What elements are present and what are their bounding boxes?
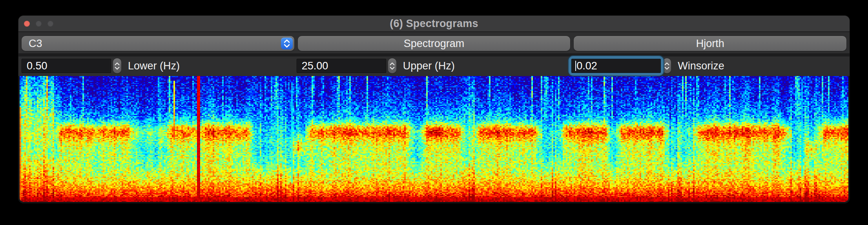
- window-titlebar[interactable]: (6) Spectrograms: [18, 16, 850, 32]
- text-caret: [575, 61, 576, 71]
- lower-hz-stepper[interactable]: [113, 58, 121, 73]
- lower-hz-input[interactable]: [22, 59, 111, 73]
- lower-hz-cell: Lower (Hz): [22, 58, 297, 73]
- parameter-row: Lower (Hz) Upper (Hz): [18, 56, 850, 76]
- spectrograms-window: (6) Spectrograms C3 Spectrogram Hjorth: [18, 16, 850, 203]
- winsorize-label: Winsorize: [678, 60, 724, 72]
- controls-panel: C3 Spectrogram Hjorth Lower (: [18, 32, 850, 76]
- spectrogram-canvas[interactable]: [20, 76, 848, 202]
- winsorize-cell: Winsorize: [571, 58, 846, 73]
- popup-chevrons-icon: [281, 38, 293, 49]
- winsorize-input[interactable]: [571, 59, 661, 73]
- maximize-button[interactable]: [47, 21, 53, 27]
- lower-hz-fieldwrap: [22, 59, 111, 73]
- traffic-lights: [24, 16, 53, 31]
- upper-hz-label: Upper (Hz): [403, 60, 455, 72]
- upper-hz-stepper[interactable]: [388, 58, 396, 73]
- channel-select[interactable]: C3: [22, 36, 294, 51]
- spectrogram-panel: [18, 76, 850, 203]
- row-separator: [18, 53, 850, 56]
- channel-select-value: C3: [29, 38, 281, 50]
- spectrogram-button[interactable]: Spectrogram: [298, 36, 571, 51]
- upper-hz-input[interactable]: [297, 59, 386, 73]
- winsorize-stepper[interactable]: [663, 58, 671, 73]
- upper-hz-cell: Upper (Hz): [297, 58, 572, 73]
- window-title: (6) Spectrograms: [390, 18, 478, 30]
- view-controls-row: C3 Spectrogram Hjorth: [18, 32, 850, 53]
- minimize-button[interactable]: [36, 21, 42, 27]
- close-button[interactable]: [24, 21, 30, 27]
- lower-hz-label: Lower (Hz): [128, 60, 180, 72]
- hjorth-button[interactable]: Hjorth: [574, 36, 846, 51]
- upper-hz-fieldwrap: [297, 59, 386, 73]
- winsorize-fieldwrap: [571, 59, 661, 73]
